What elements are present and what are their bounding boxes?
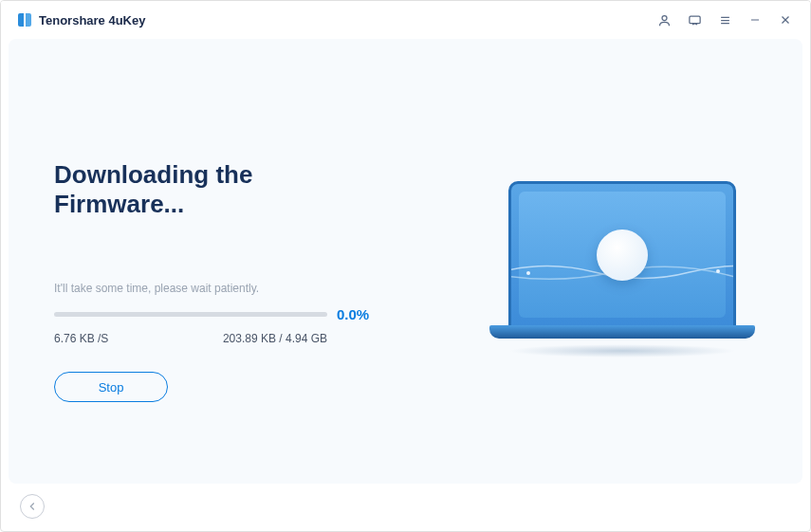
page-title: Downloading the Firmware... [54, 160, 377, 219]
svg-point-9 [716, 269, 720, 273]
svg-rect-1 [689, 16, 699, 24]
main-area: Downloading the Firmware... It'll take s… [9, 39, 802, 484]
progress-percent: 0.0% [337, 306, 377, 322]
download-stats: 6.76 KB /S 203.89 KB / 4.94 GB [54, 332, 327, 345]
svg-point-8 [526, 271, 530, 275]
laptop-illustration [489, 181, 755, 361]
menu-icon[interactable] [717, 12, 732, 28]
feedback-icon[interactable] [687, 12, 702, 28]
svg-point-0 [662, 15, 667, 20]
stop-button[interactable]: Stop [54, 372, 168, 402]
wait-message: It'll take some time, please wait patien… [54, 282, 377, 295]
titlebar-right [656, 12, 793, 28]
app-logo-icon [18, 13, 31, 27]
app-title: Tenorshare 4uKey [39, 13, 145, 28]
arrow-left-icon [26, 500, 39, 513]
progress-bar [54, 312, 327, 317]
minimize-icon[interactable] [747, 12, 763, 28]
download-size: 203.89 KB / 4.94 GB [223, 332, 327, 345]
back-button[interactable] [20, 494, 45, 519]
user-icon[interactable] [656, 12, 672, 28]
progress-row: 0.0% [54, 306, 377, 322]
loading-circle-icon [597, 229, 648, 281]
content-left: Downloading the Firmware... It'll take s… [54, 160, 377, 402]
titlebar-left: Tenorshare 4uKey [18, 13, 145, 28]
bottom-bar [9, 489, 802, 523]
close-icon[interactable] [778, 12, 793, 28]
download-speed: 6.76 KB /S [54, 332, 108, 345]
titlebar: Tenorshare 4uKey [1, 1, 810, 39]
